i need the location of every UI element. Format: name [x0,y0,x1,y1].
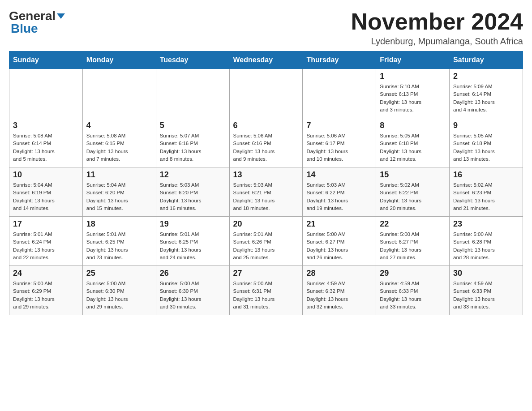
day-number: 12 [160,170,226,180]
day-info: Sunrise: 5:03 AM Sunset: 6:21 PM Dayligh… [233,181,299,212]
day-number: 2 [453,72,519,81]
day-number: 17 [13,219,79,229]
day-number: 13 [233,170,299,180]
day-number: 21 [306,219,372,229]
day-info: Sunrise: 5:00 AM Sunset: 6:27 PM Dayligh… [306,231,372,261]
day-info: Sunrise: 5:00 AM Sunset: 6:28 PM Dayligh… [453,231,519,261]
day-number: 4 [86,121,152,130]
day-info: Sunrise: 5:04 AM Sunset: 6:19 PM Dayligh… [13,181,79,212]
calendar-cell: 29Sunrise: 4:59 AM Sunset: 6:33 PM Dayli… [376,266,450,315]
calendar-cell: 10Sunrise: 5:04 AM Sunset: 6:19 PM Dayli… [9,167,83,217]
day-number: 29 [380,269,446,278]
calendar-cell: 26Sunrise: 5:00 AM Sunset: 6:30 PM Dayli… [156,266,229,315]
day-number: 30 [453,269,519,278]
day-number: 15 [380,170,446,180]
calendar-cell: 4Sunrise: 5:08 AM Sunset: 6:15 PM Daylig… [82,118,156,167]
calendar-week-3: 10Sunrise: 5:04 AM Sunset: 6:19 PM Dayli… [9,167,523,217]
day-number: 19 [160,219,226,229]
calendar-cell: 20Sunrise: 5:01 AM Sunset: 6:26 PM Dayli… [229,217,303,266]
day-number: 26 [160,269,226,278]
day-info: Sunrise: 5:01 AM Sunset: 6:24 PM Dayligh… [13,231,79,261]
day-number: 3 [13,121,79,130]
calendar-cell: 1Sunrise: 5:10 AM Sunset: 6:13 PM Daylig… [376,69,450,118]
day-info: Sunrise: 5:08 AM Sunset: 6:15 PM Dayligh… [86,132,152,163]
calendar-week-4: 17Sunrise: 5:01 AM Sunset: 6:24 PM Dayli… [9,217,523,266]
day-info: Sunrise: 5:00 AM Sunset: 6:27 PM Dayligh… [380,231,446,261]
calendar-cell: 2Sunrise: 5:09 AM Sunset: 6:14 PM Daylig… [450,69,523,118]
calendar-cell [82,69,156,118]
calendar-cell: 12Sunrise: 5:03 AM Sunset: 6:20 PM Dayli… [156,167,229,217]
weekday-header-friday: Friday [376,51,450,69]
calendar-cell: 7Sunrise: 5:06 AM Sunset: 6:17 PM Daylig… [303,118,376,167]
calendar-cell: 18Sunrise: 5:01 AM Sunset: 6:25 PM Dayli… [82,217,156,266]
day-number: 10 [13,170,79,180]
weekday-header-tuesday: Tuesday [156,51,229,69]
day-info: Sunrise: 5:02 AM Sunset: 6:22 PM Dayligh… [380,181,446,212]
day-info: Sunrise: 5:05 AM Sunset: 6:18 PM Dayligh… [380,132,446,163]
calendar-cell: 3Sunrise: 5:08 AM Sunset: 6:14 PM Daylig… [9,118,83,167]
day-number: 23 [453,219,519,229]
calendar-week-5: 24Sunrise: 5:00 AM Sunset: 6:29 PM Dayli… [9,266,523,315]
day-info: Sunrise: 5:09 AM Sunset: 6:14 PM Dayligh… [453,83,519,114]
day-info: Sunrise: 5:00 AM Sunset: 6:31 PM Dayligh… [233,280,299,311]
day-number: 14 [306,170,372,180]
calendar-cell: 17Sunrise: 5:01 AM Sunset: 6:24 PM Dayli… [9,217,83,266]
calendar-cell: 8Sunrise: 5:05 AM Sunset: 6:18 PM Daylig… [376,118,450,167]
calendar-cell: 23Sunrise: 5:00 AM Sunset: 6:28 PM Dayli… [450,217,523,266]
weekday-header-saturday: Saturday [450,51,523,69]
logo-blue: Blue [9,21,38,36]
day-number: 5 [160,121,226,130]
calendar-cell: 30Sunrise: 4:59 AM Sunset: 6:33 PM Dayli… [450,266,523,315]
day-info: Sunrise: 5:10 AM Sunset: 6:13 PM Dayligh… [380,83,446,114]
day-info: Sunrise: 5:07 AM Sunset: 6:16 PM Dayligh… [160,132,226,163]
calendar-cell: 11Sunrise: 5:04 AM Sunset: 6:20 PM Dayli… [82,167,156,217]
calendar-cell [303,69,376,118]
calendar-cell [156,69,229,118]
location-title: Lydenburg, Mpumalanga, South Africa [351,36,523,47]
day-number: 28 [306,269,372,278]
day-info: Sunrise: 5:02 AM Sunset: 6:23 PM Dayligh… [453,181,519,212]
day-info: Sunrise: 4:59 AM Sunset: 6:33 PM Dayligh… [380,280,446,311]
calendar-cell: 21Sunrise: 5:00 AM Sunset: 6:27 PM Dayli… [303,217,376,266]
calendar-cell: 14Sunrise: 5:03 AM Sunset: 6:22 PM Dayli… [303,167,376,217]
calendar-cell: 25Sunrise: 5:00 AM Sunset: 6:30 PM Dayli… [82,266,156,315]
weekday-header-thursday: Thursday [303,51,376,69]
day-number: 27 [233,269,299,278]
weekday-header-sunday: Sunday [9,51,83,69]
day-info: Sunrise: 5:06 AM Sunset: 6:17 PM Dayligh… [306,132,372,163]
day-info: Sunrise: 5:06 AM Sunset: 6:16 PM Dayligh… [233,132,299,163]
calendar-cell [229,69,303,118]
calendar-cell: 24Sunrise: 5:00 AM Sunset: 6:29 PM Dayli… [9,266,83,315]
day-info: Sunrise: 5:04 AM Sunset: 6:20 PM Dayligh… [86,181,152,212]
day-info: Sunrise: 5:01 AM Sunset: 6:25 PM Dayligh… [86,231,152,261]
day-info: Sunrise: 5:03 AM Sunset: 6:20 PM Dayligh… [160,181,226,212]
day-number: 16 [453,170,519,180]
day-number: 24 [13,269,79,278]
day-info: Sunrise: 5:01 AM Sunset: 6:26 PM Dayligh… [233,231,299,261]
day-number: 18 [86,219,152,229]
calendar-cell: 6Sunrise: 5:06 AM Sunset: 6:16 PM Daylig… [229,118,303,167]
weekday-header-wednesday: Wednesday [229,51,303,69]
calendar-table: SundayMondayTuesdayWednesdayThursdayFrid… [9,51,523,315]
day-number: 11 [86,170,152,180]
weekday-header-monday: Monday [82,51,156,69]
day-info: Sunrise: 5:03 AM Sunset: 6:22 PM Dayligh… [306,181,372,212]
logo: General Blue [9,9,65,36]
day-number: 1 [380,72,446,81]
day-info: Sunrise: 5:00 AM Sunset: 6:30 PM Dayligh… [160,280,226,311]
calendar-cell: 22Sunrise: 5:00 AM Sunset: 6:27 PM Dayli… [376,217,450,266]
calendar-cell: 5Sunrise: 5:07 AM Sunset: 6:16 PM Daylig… [156,118,229,167]
day-info: Sunrise: 5:00 AM Sunset: 6:29 PM Dayligh… [13,280,79,311]
day-info: Sunrise: 5:01 AM Sunset: 6:25 PM Dayligh… [160,231,226,261]
title-area: November 2024 Lydenburg, Mpumalanga, Sou… [351,9,523,47]
day-number: 22 [380,219,446,229]
calendar-header-row: SundayMondayTuesdayWednesdayThursdayFrid… [9,51,523,69]
day-number: 8 [380,121,446,130]
day-number: 20 [233,219,299,229]
month-title: November 2024 [351,9,523,34]
day-number: 7 [306,121,372,130]
calendar-week-1: 1Sunrise: 5:10 AM Sunset: 6:13 PM Daylig… [9,69,523,118]
day-info: Sunrise: 5:05 AM Sunset: 6:18 PM Dayligh… [453,132,519,163]
day-number: 6 [233,121,299,130]
calendar-cell: 15Sunrise: 5:02 AM Sunset: 6:22 PM Dayli… [376,167,450,217]
